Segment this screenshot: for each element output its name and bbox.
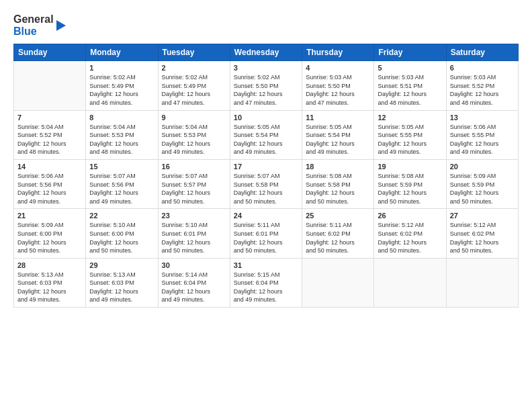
week-row-5: 28Sunrise: 5:13 AM Sunset: 6:03 PM Dayli… — [14, 258, 519, 307]
logo-blue: Blue — [13, 26, 54, 38]
calendar-cell: 29Sunrise: 5:13 AM Sunset: 6:03 PM Dayli… — [86, 258, 158, 307]
calendar-cell: 31Sunrise: 5:15 AM Sunset: 6:04 PM Dayli… — [230, 258, 302, 307]
day-number: 1 — [89, 64, 154, 72]
day-number: 19 — [378, 163, 442, 171]
day-number: 4 — [306, 64, 370, 72]
day-number: 12 — [378, 113, 442, 122]
day-number: 15 — [89, 163, 154, 171]
calendar-cell: 24Sunrise: 5:11 AM Sunset: 6:01 PM Dayli… — [230, 209, 302, 258]
calendar-cell: 2Sunrise: 5:02 AM Sunset: 5:49 PM Daylig… — [158, 61, 230, 110]
calendar-cell: 23Sunrise: 5:10 AM Sunset: 6:01 PM Dayli… — [158, 209, 230, 258]
calendar-cell: 8Sunrise: 5:04 AM Sunset: 5:53 PM Daylig… — [86, 110, 158, 159]
day-number: 21 — [17, 212, 82, 220]
page-header: GeneralBlue — [13, 13, 519, 37]
calendar-cell: 13Sunrise: 5:06 AM Sunset: 5:55 PM Dayli… — [446, 110, 518, 159]
day-info: Sunrise: 5:03 AM Sunset: 5:52 PM Dayligh… — [450, 73, 515, 107]
day-info: Sunrise: 5:07 AM Sunset: 5:57 PM Dayligh… — [162, 172, 226, 205]
week-row-4: 21Sunrise: 5:09 AM Sunset: 6:00 PM Dayli… — [14, 209, 519, 258]
day-number: 25 — [306, 212, 370, 220]
day-number: 22 — [89, 212, 154, 220]
svg-marker-0 — [56, 20, 66, 31]
day-info: Sunrise: 5:04 AM Sunset: 5:53 PM Dayligh… — [89, 123, 154, 156]
day-number: 6 — [450, 64, 515, 72]
day-info: Sunrise: 5:12 AM Sunset: 6:02 PM Dayligh… — [450, 221, 515, 255]
col-header-thursday: Thursday — [302, 44, 374, 61]
week-row-2: 7Sunrise: 5:04 AM Sunset: 5:52 PM Daylig… — [14, 110, 519, 159]
day-number: 14 — [17, 163, 82, 171]
day-number: 26 — [378, 212, 442, 220]
calendar-cell: 14Sunrise: 5:06 AM Sunset: 5:56 PM Dayli… — [14, 159, 86, 208]
day-info: Sunrise: 5:02 AM Sunset: 5:49 PM Dayligh… — [89, 73, 154, 107]
day-info: Sunrise: 5:05 AM Sunset: 5:54 PM Dayligh… — [306, 123, 370, 156]
day-number: 11 — [306, 113, 370, 122]
calendar-cell: 30Sunrise: 5:14 AM Sunset: 6:04 PM Dayli… — [158, 258, 230, 307]
day-info: Sunrise: 5:07 AM Sunset: 5:56 PM Dayligh… — [89, 172, 154, 205]
day-info: Sunrise: 5:04 AM Sunset: 5:52 PM Dayligh… — [17, 123, 82, 156]
calendar-cell: 27Sunrise: 5:12 AM Sunset: 6:02 PM Dayli… — [446, 209, 518, 258]
day-info: Sunrise: 5:07 AM Sunset: 5:58 PM Dayligh… — [234, 172, 298, 205]
day-number: 20 — [450, 163, 515, 171]
day-info: Sunrise: 5:05 AM Sunset: 5:55 PM Dayligh… — [378, 123, 442, 156]
calendar-cell: 5Sunrise: 5:03 AM Sunset: 5:51 PM Daylig… — [374, 61, 446, 110]
day-info: Sunrise: 5:10 AM Sunset: 6:01 PM Dayligh… — [162, 221, 226, 255]
day-info: Sunrise: 5:03 AM Sunset: 5:50 PM Dayligh… — [306, 73, 370, 107]
calendar-cell: 10Sunrise: 5:05 AM Sunset: 5:54 PM Dayli… — [230, 110, 302, 159]
calendar-cell — [446, 258, 518, 307]
calendar-table: SundayMondayTuesdayWednesdayThursdayFrid… — [13, 44, 519, 308]
col-header-monday: Monday — [86, 44, 158, 61]
calendar-cell: 9Sunrise: 5:04 AM Sunset: 5:53 PM Daylig… — [158, 110, 230, 159]
day-info: Sunrise: 5:11 AM Sunset: 6:02 PM Dayligh… — [306, 221, 370, 255]
calendar-cell: 20Sunrise: 5:09 AM Sunset: 5:59 PM Dayli… — [446, 159, 518, 208]
day-number: 16 — [162, 163, 226, 171]
calendar-cell — [14, 61, 86, 110]
day-number: 5 — [378, 64, 442, 72]
day-info: Sunrise: 5:08 AM Sunset: 5:59 PM Dayligh… — [378, 172, 442, 205]
day-info: Sunrise: 5:04 AM Sunset: 5:53 PM Dayligh… — [162, 123, 226, 156]
calendar-cell: 22Sunrise: 5:10 AM Sunset: 6:00 PM Dayli… — [86, 209, 158, 258]
col-header-tuesday: Tuesday — [158, 44, 230, 61]
calendar-cell: 17Sunrise: 5:07 AM Sunset: 5:58 PM Dayli… — [230, 159, 302, 208]
calendar-cell: 25Sunrise: 5:11 AM Sunset: 6:02 PM Dayli… — [302, 209, 374, 258]
day-number: 3 — [234, 64, 298, 72]
day-number: 27 — [450, 212, 515, 220]
day-number: 29 — [89, 261, 154, 269]
day-number: 30 — [162, 261, 226, 269]
day-info: Sunrise: 5:02 AM Sunset: 5:49 PM Dayligh… — [162, 73, 226, 107]
col-header-saturday: Saturday — [446, 44, 518, 61]
day-info: Sunrise: 5:11 AM Sunset: 6:01 PM Dayligh… — [234, 221, 298, 255]
logo-general: General — [13, 13, 54, 26]
day-info: Sunrise: 5:13 AM Sunset: 6:03 PM Dayligh… — [17, 271, 82, 304]
calendar-header-row: SundayMondayTuesdayWednesdayThursdayFrid… — [14, 44, 519, 61]
day-info: Sunrise: 5:08 AM Sunset: 5:58 PM Dayligh… — [306, 172, 370, 205]
day-info: Sunrise: 5:15 AM Sunset: 6:04 PM Dayligh… — [234, 271, 298, 304]
logo: GeneralBlue — [13, 13, 67, 37]
week-row-3: 14Sunrise: 5:06 AM Sunset: 5:56 PM Dayli… — [14, 159, 519, 208]
calendar-cell: 26Sunrise: 5:12 AM Sunset: 6:02 PM Dayli… — [374, 209, 446, 258]
calendar-cell: 18Sunrise: 5:08 AM Sunset: 5:58 PM Dayli… — [302, 159, 374, 208]
day-number: 13 — [450, 113, 515, 122]
day-number: 31 — [234, 261, 298, 269]
calendar-cell: 11Sunrise: 5:05 AM Sunset: 5:54 PM Dayli… — [302, 110, 374, 159]
day-number: 7 — [17, 113, 82, 122]
day-info: Sunrise: 5:12 AM Sunset: 6:02 PM Dayligh… — [378, 221, 442, 255]
day-number: 9 — [162, 113, 226, 122]
day-number: 23 — [162, 212, 226, 220]
day-info: Sunrise: 5:03 AM Sunset: 5:51 PM Dayligh… — [378, 73, 442, 107]
day-info: Sunrise: 5:09 AM Sunset: 6:00 PM Dayligh… — [17, 221, 82, 255]
day-info: Sunrise: 5:09 AM Sunset: 5:59 PM Dayligh… — [450, 172, 515, 205]
week-row-1: 1Sunrise: 5:02 AM Sunset: 5:49 PM Daylig… — [14, 61, 519, 110]
logo-text-block: GeneralBlue — [13, 13, 54, 37]
calendar-cell — [374, 258, 446, 307]
calendar-cell: 3Sunrise: 5:02 AM Sunset: 5:50 PM Daylig… — [230, 61, 302, 110]
day-number: 2 — [162, 64, 226, 72]
day-info: Sunrise: 5:13 AM Sunset: 6:03 PM Dayligh… — [89, 271, 154, 304]
day-info: Sunrise: 5:06 AM Sunset: 5:55 PM Dayligh… — [450, 123, 515, 156]
calendar-cell: 12Sunrise: 5:05 AM Sunset: 5:55 PM Dayli… — [374, 110, 446, 159]
logo-triangle-icon — [55, 15, 67, 36]
calendar-cell: 16Sunrise: 5:07 AM Sunset: 5:57 PM Dayli… — [158, 159, 230, 208]
day-number: 18 — [306, 163, 370, 171]
calendar-cell: 6Sunrise: 5:03 AM Sunset: 5:52 PM Daylig… — [446, 61, 518, 110]
day-number: 28 — [17, 261, 82, 269]
calendar-cell: 28Sunrise: 5:13 AM Sunset: 6:03 PM Dayli… — [14, 258, 86, 307]
calendar-cell: 15Sunrise: 5:07 AM Sunset: 5:56 PM Dayli… — [86, 159, 158, 208]
